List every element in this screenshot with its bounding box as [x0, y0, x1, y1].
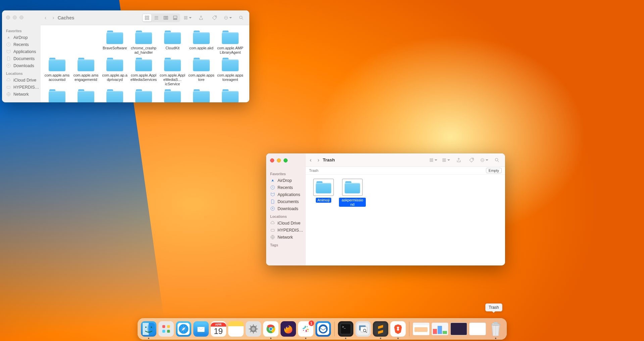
folder-item[interactable]	[187, 89, 216, 102]
sidebar-item-network[interactable]: Network	[266, 234, 306, 241]
folder-item[interactable]: com.apple.amsengagementd	[71, 57, 100, 86]
dock-app-safari[interactable]	[176, 321, 191, 337]
close-button[interactable]	[6, 15, 10, 19]
back-button[interactable]: ‹	[45, 15, 46, 21]
dock-app-mail[interactable]	[193, 321, 209, 337]
folder-item[interactable]	[129, 89, 158, 102]
dock-minimized-window-3[interactable]	[450, 323, 467, 335]
folder-item[interactable]: chrome_crashpad_handler	[129, 30, 158, 54]
empty-trash-button[interactable]: Empty	[486, 168, 502, 173]
sidebar-item-downloads[interactable]: Downloads	[2, 62, 41, 69]
dock-app-finder[interactable]	[141, 321, 156, 337]
dock-app-notes[interactable]	[228, 321, 244, 337]
sidebar: Favorites AirDrop Recents Applications D…	[2, 10, 41, 102]
group-button[interactable]	[184, 14, 192, 22]
svg-point-24	[227, 17, 227, 18]
dock-app-terminal[interactable]: >_	[338, 321, 353, 337]
folder-item[interactable]: com.apple.akd	[187, 30, 216, 54]
sidebar-item-recents[interactable]: Recents	[2, 41, 41, 48]
folder-item[interactable]: com.apple.ap.adprivacyd	[100, 57, 129, 86]
eject-icon[interactable]	[305, 228, 306, 232]
back-button[interactable]: ‹	[310, 157, 311, 163]
dock-minimized-window-1[interactable]	[413, 323, 430, 335]
sidebar-item-downloads[interactable]: Downloads	[266, 205, 306, 212]
folder-item[interactable]	[100, 89, 129, 102]
dock-minimized-window-2[interactable]	[432, 323, 448, 335]
svg-rect-67	[306, 329, 309, 330]
sidebar-item-hyperdisk[interactable]: HYPERDIS…	[266, 227, 306, 234]
folder-item[interactable]	[216, 89, 245, 102]
folder-item[interactable]: Animoji	[309, 179, 338, 207]
maximize-button[interactable]	[284, 158, 288, 162]
finder-window-caches[interactable]: Favorites AirDrop Recents Applications D…	[2, 10, 249, 102]
view-icons-button[interactable]	[143, 14, 151, 21]
folder-item[interactable]: com.apple.appstoreagent	[216, 57, 245, 86]
dock-app-thunderbird[interactable]	[315, 321, 331, 337]
minimize-button[interactable]	[13, 15, 17, 19]
folder-item[interactable]: BraveSoftware	[100, 30, 129, 54]
minimize-button[interactable]	[277, 158, 281, 162]
action-button[interactable]	[480, 156, 488, 164]
svg-point-22	[225, 17, 226, 18]
tag-button[interactable]	[467, 156, 476, 164]
folder-item[interactable]: askpermissiond	[338, 179, 367, 207]
folder-item[interactable]: com.apple.AppleMediaS…icService	[158, 57, 187, 86]
folder-item[interactable]: com.apple.AppleMediaServices	[129, 57, 158, 86]
sidebar-item-applications[interactable]: Applications	[2, 48, 41, 55]
dock-minimized-window-4[interactable]	[469, 323, 486, 335]
dock-app-slack[interactable]: 1	[298, 321, 313, 337]
sidebar-item-recents[interactable]: Recents	[266, 184, 306, 191]
finder-window-trash[interactable]: Favorites AirDrop Recents Applications D…	[266, 153, 505, 265]
folder-item[interactable]	[43, 89, 71, 102]
sidebar-item-icloud[interactable]: iCloud Drive	[266, 220, 306, 227]
svg-rect-12	[174, 16, 177, 18]
folder-item[interactable]: com.apple.amsaccountsd	[43, 57, 71, 86]
sidebar-item-airdrop[interactable]: AirDrop	[2, 34, 41, 41]
svg-rect-13	[174, 19, 175, 19]
search-button[interactable]	[237, 14, 245, 22]
folder-item[interactable]: com.apple.appstore	[187, 57, 216, 86]
sidebar-item-network[interactable]: Network	[2, 91, 41, 98]
dock-app-calendar[interactable]: APR19	[211, 321, 226, 337]
folder-item[interactable]	[71, 89, 100, 102]
folder-item[interactable]: com.apple.AMPLibraryAgent	[216, 30, 245, 54]
sidebar-item-documents[interactable]: Documents	[266, 198, 306, 205]
sidebar-item-hyperdisk[interactable]: HYPERDIS…	[2, 84, 41, 91]
svg-point-23	[226, 17, 226, 18]
forward-button[interactable]: ›	[52, 15, 54, 21]
share-button[interactable]	[197, 14, 205, 22]
group-button[interactable]	[442, 156, 450, 164]
view-button[interactable]	[429, 156, 437, 164]
folder-item[interactable]	[158, 89, 187, 102]
sidebar-item-airdrop[interactable]: AirDrop	[266, 177, 306, 184]
dock-app-preview[interactable]	[355, 321, 371, 337]
file-grid[interactable]: Animojiaskpermissiond	[306, 175, 505, 265]
dock-trash[interactable]: Trash	[488, 321, 503, 337]
view-gallery-button[interactable]	[171, 14, 180, 21]
dock-app-launchpad[interactable]	[158, 321, 174, 337]
sidebar-item-applications[interactable]: Applications	[266, 191, 306, 198]
share-button[interactable]	[455, 156, 463, 164]
forward-button[interactable]: ›	[317, 157, 319, 163]
dock-app-chrome[interactable]	[263, 321, 279, 337]
dock-app-sublime[interactable]	[373, 321, 388, 337]
dock-app-brave[interactable]	[390, 321, 406, 337]
sidebar-section-tags: Tags	[266, 242, 306, 248]
sidebar-item-icloud[interactable]: iCloud Drive	[2, 77, 41, 84]
file-grid[interactable]: BraveSoftwarechrome_crashpad_handlerClou…	[41, 25, 249, 102]
action-button[interactable]	[224, 14, 232, 22]
toolbar-right	[184, 14, 245, 22]
svg-rect-35	[443, 158, 444, 159]
dock-app-firefox[interactable]	[281, 321, 296, 337]
close-button[interactable]	[270, 158, 274, 162]
search-button[interactable]	[493, 156, 501, 164]
tag-button[interactable]	[210, 14, 218, 22]
folder-item[interactable]: CloudKit	[158, 30, 187, 54]
dock-app-settings[interactable]	[246, 321, 261, 337]
maximize-button[interactable]	[19, 15, 23, 19]
view-list-button[interactable]	[152, 14, 161, 21]
sidebar-item-documents[interactable]: Documents	[2, 55, 41, 62]
folder-label: CloudKit	[165, 46, 180, 50]
svg-rect-5	[145, 16, 147, 17]
view-columns-button[interactable]	[161, 14, 170, 21]
